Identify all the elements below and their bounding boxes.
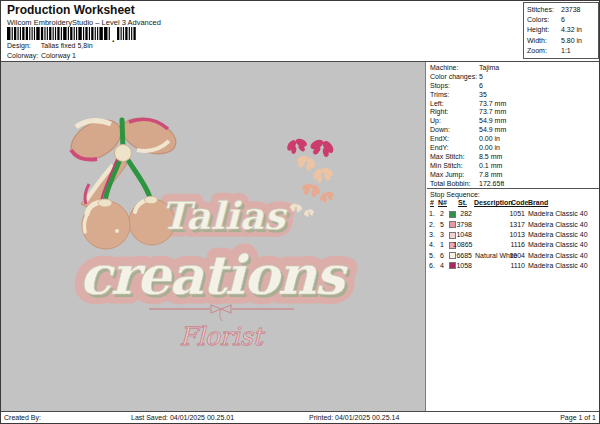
info-value: 23738 (561, 6, 580, 13)
butterfly-icon (299, 180, 324, 200)
info-value: 35 (479, 91, 487, 98)
thread-code: 1110 (503, 261, 525, 271)
thread-code: 1051 (503, 209, 525, 219)
thread-brand: Madeira Classic 40 (528, 220, 588, 230)
footer-page-number: Page 1 of 1 (560, 414, 596, 421)
design-value: Talias fixed 5,8in (41, 42, 93, 49)
info-row: Stops:6 (430, 82, 600, 91)
needle-number: 3 (440, 230, 444, 240)
info-label: Left: (430, 100, 479, 109)
info-value: 0.1 mm (479, 162, 502, 169)
info-value: 73.7 mm (479, 108, 506, 115)
design-label: Design: (7, 42, 39, 49)
info-value: 4.32 in (561, 26, 582, 33)
thread-code: 1013 (503, 230, 525, 240)
thread-brand: Madeira Classic 40 (528, 261, 588, 271)
info-row: Total Bobbin:172.65ft (430, 180, 600, 189)
thread-row: 3.310481013Madeira Classic 40 (427, 230, 600, 240)
stitch-count: 10865 (453, 240, 472, 250)
info-row: EndY:0.00 in (430, 144, 600, 153)
info-label: Down: (430, 126, 479, 135)
software-subtitle: Wilcom EmbroideryStudio – Level 3 Advanc… (7, 18, 161, 27)
info-row: Trims:35 (430, 91, 600, 100)
row-number: 3. (429, 230, 435, 240)
thread-row: 6.410581110Madeira Classic 40 (427, 261, 600, 271)
thread-row: 5.66685Natural White1004Madeira Classic … (427, 251, 600, 261)
info-label: Trims: (430, 91, 479, 100)
info-row: Down:54.9 mm (430, 126, 600, 135)
info-label: Max Stitch: (430, 153, 479, 162)
info-label: Height: (527, 25, 561, 35)
info-value: 7.8 mm (479, 171, 502, 178)
info-label: Up: (430, 117, 479, 126)
needle-number: 5 (440, 220, 444, 230)
info-label: Stops: (430, 82, 479, 91)
info-value: 5 (479, 73, 483, 80)
design-name-row: Design: Talias fixed 5,8in (7, 42, 93, 49)
thread-brand: Madeira Classic 40 (528, 251, 588, 261)
info-label: EndY: (430, 144, 479, 153)
column-header: Brand (528, 199, 548, 206)
colorway-row: Colorway: Colorway 1 (7, 52, 76, 59)
column-header: St. (458, 199, 467, 206)
stitch-count: 282 (453, 209, 472, 219)
info-row: Colors:6 (527, 15, 595, 25)
info-value: 6 (479, 82, 483, 89)
machine-settings: Machine:TajimaColor changes:5Stops:6Trim… (427, 62, 600, 189)
footer-created-by: Created By: (4, 414, 41, 421)
info-value: 54.9 mm (479, 117, 506, 124)
footer-divider (1, 411, 600, 412)
svg-text:,: , (112, 34, 115, 42)
info-label: Min Stitch: (430, 162, 479, 171)
production-worksheet-page: Production Worksheet Wilcom EmbroiderySt… (0, 0, 600, 424)
thread-row: 2.537981317Madeira Classic 40 (427, 220, 600, 230)
thread-code: 1004 (503, 251, 525, 261)
info-label: Stitches: (527, 5, 561, 15)
needle-number: 2 (440, 209, 444, 219)
stitch-count: 1058 (453, 261, 472, 271)
needle-number: 1 (440, 240, 444, 250)
row-number: 2. (429, 220, 435, 230)
thread-brand: Madeira Classic 40 (528, 240, 588, 250)
column-header: Description (474, 199, 513, 206)
info-label: Max Jump: (430, 171, 479, 180)
info-value: 6 (561, 16, 565, 23)
stitch-count: 6685 (453, 251, 472, 261)
info-value: 0.00 in (479, 144, 500, 151)
row-number: 6. (429, 261, 435, 271)
info-value: 73.7 mm (479, 100, 506, 107)
thread-row: 1.22821051Madeira Classic 40 (427, 209, 600, 219)
machine-info-panel: Machine:TajimaColor changes:5Stops:6Trim… (427, 62, 600, 411)
info-row: Height:4.32 in (527, 25, 595, 35)
column-header: # (430, 199, 434, 206)
info-value: 0.00 in (479, 135, 500, 142)
colorway-value: Colorway 1 (41, 52, 76, 59)
design-word-creations: creations (79, 243, 348, 307)
stop-sequence-title: Stop Sequence: (427, 189, 600, 199)
column-header: N# (438, 199, 447, 206)
info-label: Right: (430, 108, 479, 117)
info-row: Left:73.7 mm (430, 100, 600, 109)
info-label: Total Bobbin: (430, 180, 479, 189)
needle-number: 4 (440, 261, 444, 271)
info-row: Color changes:5 (430, 73, 600, 82)
info-row: Right:73.7 mm (430, 108, 600, 117)
info-row: Max Jump:7.8 mm (430, 171, 600, 180)
row-number: 4. (429, 240, 435, 250)
butterfly-icon (307, 136, 338, 160)
design-word-talias: Talias (161, 193, 288, 238)
butterfly-icon (302, 207, 316, 218)
info-label: Width: (527, 36, 561, 46)
column-header: Code (511, 199, 529, 206)
butterfly-icon (293, 151, 320, 174)
info-row: Min Stitch:0.1 mm (430, 162, 600, 171)
info-value: Tajima (479, 64, 499, 71)
stop-sequence-header: #N#St.DescriptionCodeBrand (427, 199, 600, 209)
info-label: Color changes: (430, 73, 479, 82)
butterfly-icon (288, 202, 304, 214)
colorway-label: Colorway: (7, 52, 39, 59)
butterfly-icon (283, 135, 310, 157)
barcode: , (7, 27, 167, 42)
butterfly-icon (317, 188, 337, 205)
info-row: Max Stitch:8.5 mm (430, 153, 600, 162)
